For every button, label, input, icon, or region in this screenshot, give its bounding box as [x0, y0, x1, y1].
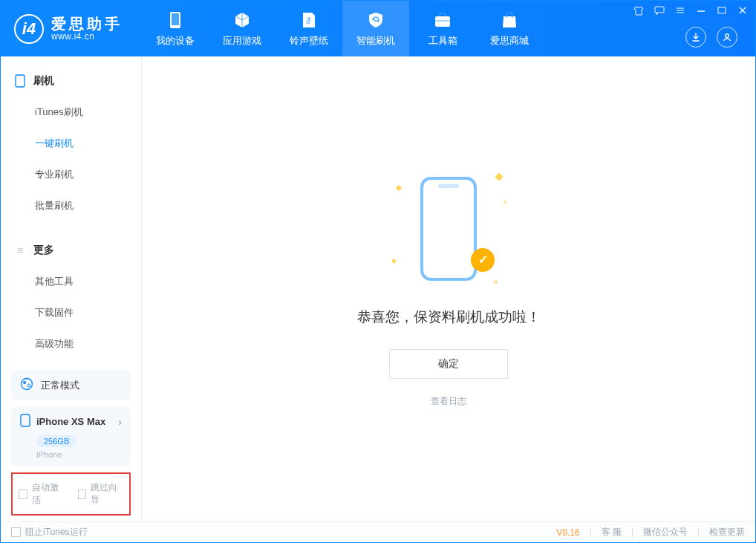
- svg-point-8: [23, 381, 26, 384]
- checkbox-label: 跳过向导: [91, 481, 123, 507]
- view-log-link[interactable]: 查看日志: [431, 395, 466, 408]
- nav-apps[interactable]: 应用游戏: [209, 1, 276, 56]
- sidebar-item-itunes-flash[interactable]: iTunes刷机: [1, 97, 141, 128]
- app-header: i4 爱思助手 www.i4.cn 我的设备 应用游戏 铃声壁纸 智能刷机 工具…: [1, 1, 755, 56]
- ok-button[interactable]: 确定: [389, 349, 508, 379]
- device-icon: [14, 75, 26, 87]
- nav-label: 爱思商城: [490, 34, 529, 48]
- nav-flash[interactable]: 智能刷机: [342, 1, 409, 56]
- customer-service-link[interactable]: 客 服: [602, 526, 622, 539]
- nav-label: 铃声壁纸: [290, 34, 328, 48]
- sidebar-item-download-firmware[interactable]: 下载固件: [1, 297, 141, 328]
- sidebar-section-title: 更多: [33, 244, 54, 257]
- nav-toolbox[interactable]: 工具箱: [409, 1, 476, 56]
- svg-rect-6: [16, 75, 25, 87]
- svg-rect-4: [655, 7, 664, 13]
- phone-icon: [166, 10, 185, 30]
- shield-refresh-icon: [366, 10, 385, 30]
- svg-rect-2: [435, 16, 450, 27]
- cube-icon: [232, 10, 252, 30]
- checkbox-icon: [78, 490, 87, 499]
- main-content: ✓ 恭喜您，保资料刷机成功啦！ 确定 查看日志: [142, 56, 755, 521]
- flash-options-box: 自动激活 跳过向导: [11, 472, 131, 516]
- svg-point-3: [726, 34, 729, 38]
- sidebar-item-batch-flash[interactable]: 批量刷机: [1, 190, 141, 221]
- block-itunes-checkbox[interactable]: 阻止iTunes运行: [11, 526, 88, 539]
- sidebar-item-other-tools[interactable]: 其他工具: [1, 266, 141, 297]
- svg-point-7: [22, 379, 33, 390]
- nav-my-device[interactable]: 我的设备: [142, 1, 209, 56]
- sidebar: 刷机 iTunes刷机 一键刷机 专业刷机 批量刷机 ≡ 更多 其他工具 下载固…: [1, 56, 142, 521]
- sidebar-item-advanced[interactable]: 高级功能: [1, 328, 141, 360]
- sidebar-item-oneclick-flash[interactable]: 一键刷机: [1, 128, 141, 159]
- logo-icon: i4: [14, 14, 44, 44]
- nav-store[interactable]: 爱思商城: [476, 1, 543, 56]
- nav-label: 工具箱: [428, 34, 457, 48]
- mode-icon: [20, 377, 33, 393]
- success-illustration: ✓: [404, 171, 493, 290]
- wechat-link[interactable]: 微信公众号: [643, 526, 688, 539]
- checkbox-label: 阻止iTunes运行: [25, 526, 88, 539]
- app-title: 爱思助手: [51, 16, 123, 32]
- bag-icon: [500, 10, 519, 30]
- sidebar-item-pro-flash[interactable]: 专业刷机: [1, 159, 141, 190]
- close-button[interactable]: [737, 5, 748, 16]
- toolbox-icon: [433, 10, 452, 30]
- nav-label: 我的设备: [156, 34, 195, 48]
- checkbox-label: 自动激活: [32, 481, 65, 507]
- download-button[interactable]: [685, 27, 706, 48]
- check-icon: ✓: [471, 248, 495, 272]
- device-card[interactable]: iPhone XS Max › 256GB iPhone: [11, 406, 131, 466]
- result-message: 恭喜您，保资料刷机成功啦！: [357, 308, 541, 327]
- checkbox-icon: [19, 490, 27, 499]
- sidebar-section-more: ≡ 更多: [1, 239, 141, 261]
- list-icon: ≡: [14, 244, 26, 256]
- mode-label: 正常模式: [41, 379, 79, 392]
- app-subtitle: www.i4.cn: [51, 32, 123, 42]
- sidebar-section-title: 刷机: [33, 74, 54, 88]
- menu-icon[interactable]: [675, 5, 685, 16]
- feedback-icon[interactable]: [654, 5, 665, 16]
- checkbox-icon: [11, 527, 21, 537]
- nav-label: 智能刷机: [356, 34, 395, 48]
- svg-rect-5: [718, 7, 726, 13]
- nav-label: 应用游戏: [223, 34, 261, 48]
- minimize-button[interactable]: [696, 5, 706, 16]
- nav-ringtones[interactable]: 铃声壁纸: [276, 1, 342, 56]
- storage-badge: 256GB: [36, 435, 76, 447]
- device-name: iPhone XS Max: [36, 416, 105, 427]
- auto-activate-checkbox[interactable]: 自动激活: [19, 481, 65, 507]
- phone-small-icon: [20, 414, 30, 429]
- maximize-button[interactable]: [717, 5, 727, 16]
- shirt-icon[interactable]: [633, 5, 644, 16]
- svg-rect-10: [21, 414, 30, 426]
- chevron-right-icon: ›: [118, 416, 122, 428]
- check-update-link[interactable]: 检查更新: [709, 526, 745, 539]
- logo: i4 爱思助手 www.i4.cn: [1, 14, 136, 44]
- svg-rect-1: [172, 13, 179, 25]
- skip-guide-checkbox[interactable]: 跳过向导: [78, 481, 124, 507]
- music-file-icon: [299, 10, 319, 30]
- mode-card[interactable]: 正常模式: [11, 370, 131, 400]
- svg-point-9: [27, 384, 30, 387]
- footer: 阻止iTunes运行 V8.16 客 服 微信公众号 检查更新: [1, 521, 755, 542]
- user-button[interactable]: [717, 27, 737, 48]
- version-label: V8.16: [556, 527, 579, 538]
- sidebar-section-flash: 刷机: [1, 70, 141, 92]
- device-type: iPhone: [20, 450, 122, 459]
